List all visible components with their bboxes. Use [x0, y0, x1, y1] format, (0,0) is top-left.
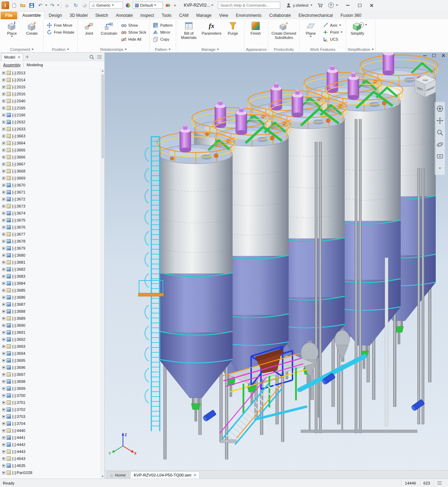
pattern-button[interactable]: Pattern — [151, 22, 174, 29]
material-combo[interactable]: Generic — [89, 2, 123, 9]
expand-toggle-icon[interactable] — [2, 457, 5, 460]
ribbon-tab[interactable]: Inspect — [137, 12, 158, 19]
expand-toggle-icon[interactable] — [2, 345, 5, 348]
orbit-icon[interactable] — [436, 141, 444, 148]
expand-toggle-icon[interactable] — [2, 268, 5, 271]
expand-toggle-icon[interactable] — [2, 205, 5, 208]
browser-tab-model[interactable]: Model — [1, 53, 23, 61]
browser-node[interactable]: [-]:2014 — [1, 76, 100, 83]
browser-node[interactable]: [-]:3664 — [1, 140, 100, 147]
panel-label-relationships[interactable]: Relationships — [79, 46, 148, 52]
browser-node[interactable]: [-]:3687 — [1, 301, 100, 308]
undo-dropdown-caret[interactable] — [45, 5, 47, 6]
browser-node[interactable]: [-]:3697 — [1, 371, 100, 378]
panel-label-pattern[interactable]: Pattern — [151, 46, 174, 52]
expand-toggle-icon[interactable] — [2, 401, 5, 404]
expand-toggle-icon[interactable] — [2, 450, 5, 453]
browser-node[interactable]: [-]:3689 — [1, 315, 100, 322]
browser-node[interactable]: [-]:4440 — [1, 427, 100, 434]
expand-toggle-icon[interactable] — [2, 394, 5, 397]
point-button[interactable]: Point — [321, 29, 344, 36]
expand-toggle-icon[interactable] — [2, 331, 5, 334]
canvas-restore-button[interactable] — [432, 54, 436, 57]
look-at-icon[interactable] — [436, 153, 444, 160]
browser-node[interactable]: [-]:3692 — [1, 336, 100, 343]
home-tab[interactable]: ⌂ Home — [107, 471, 129, 479]
browser-node[interactable]: [-]:3667 — [1, 161, 100, 168]
expand-toggle-icon[interactable] — [2, 443, 5, 446]
browser-node[interactable]: [-]:3671 — [1, 189, 100, 196]
expand-toggle-icon[interactable] — [2, 79, 5, 82]
add-browser-tab-button[interactable] — [24, 53, 30, 61]
browser-node[interactable]: [-]:3688 — [1, 308, 100, 315]
color-wheel-icon[interactable] — [124, 1, 132, 9]
ribbon-tab[interactable]: File — [1, 12, 17, 19]
expand-toggle-icon[interactable] — [2, 338, 5, 341]
scrollbar-thumb[interactable] — [102, 74, 104, 158]
expand-toggle-icon[interactable] — [2, 254, 5, 257]
expand-toggle-icon[interactable] — [2, 366, 5, 369]
browser-node[interactable]: [-]:2165 — [1, 104, 100, 111]
show-sick-button[interactable]: Show Sick — [119, 29, 148, 36]
browser-node[interactable]: [-]:2166 — [1, 111, 100, 119]
minimize-button[interactable] — [342, 0, 354, 11]
browser-menu-icon[interactable] — [96, 53, 103, 61]
browser-node[interactable]: [-]:3663 — [1, 133, 100, 140]
browser-node[interactable]: [-]:3699 — [1, 385, 100, 392]
ribbon-tab[interactable]: Manage — [192, 12, 215, 19]
user-account[interactable]: y.shelest — [286, 3, 312, 8]
expand-toggle-icon[interactable] — [2, 114, 5, 117]
search-input[interactable] — [218, 2, 280, 9]
document-tab-active[interactable]: KVP-RZV02-L04-P50-TQ00.iam — [130, 471, 200, 479]
browser-node[interactable]: [-]:3682 — [1, 266, 100, 273]
navbar-more-caret[interactable] — [436, 164, 444, 172]
browser-node[interactable]: [-]:3665 — [1, 147, 100, 154]
panel-label-component[interactable]: Component — [2, 46, 42, 52]
viewport[interactable]: Z Y X TOP LEFT FRONT — [105, 53, 448, 470]
browser-node[interactable]: [-]:3702 — [1, 406, 100, 413]
open-file-icon[interactable] — [19, 1, 27, 9]
ribbon-tab[interactable]: Fusion 360 — [337, 12, 365, 19]
free-move-button[interactable]: Free Move — [45, 22, 76, 29]
free-rotate-button[interactable]: Free Rotate — [45, 29, 76, 36]
browser-node[interactable]: [-]:3676 — [1, 224, 100, 231]
undo-icon[interactable]: ↶ — [36, 1, 44, 9]
browser-node[interactable]: [-]:2013 — [1, 69, 100, 76]
browser-node[interactable]: [-]:4635 — [1, 462, 100, 469]
ucs-button[interactable]: UCS — [321, 36, 344, 43]
expand-toggle-icon[interactable] — [2, 128, 5, 131]
expand-toggle-icon[interactable] — [2, 324, 5, 327]
expand-toggle-icon[interactable] — [2, 422, 5, 425]
browser-node[interactable]: [-]:3678 — [1, 238, 100, 245]
expand-toggle-icon[interactable] — [2, 359, 5, 362]
app-logo-icon[interactable]: I — [1, 1, 9, 9]
expand-toggle-icon[interactable] — [2, 373, 5, 376]
panel-label-manage[interactable]: Manage — [178, 46, 243, 52]
expand-toggle-icon[interactable] — [2, 233, 5, 236]
expand-toggle-icon[interactable] — [2, 317, 5, 320]
ribbon-tab[interactable]: Sketch — [91, 12, 112, 19]
tree-scrollbar[interactable] — [101, 69, 104, 479]
title-dropdown-caret[interactable] — [211, 5, 213, 6]
browser-view-tab[interactable]: Assembly — [3, 63, 23, 67]
expand-toggle-icon[interactable] — [2, 142, 5, 145]
panel-label-simplification[interactable]: Simplification — [347, 46, 374, 52]
browser-node[interactable]: [-]:3668 — [1, 168, 100, 175]
expand-toggle-icon[interactable] — [2, 429, 5, 432]
viewport-canvas[interactable]: Z Y X TOP LEFT FRONT — [105, 53, 448, 470]
expand-toggle-icon[interactable] — [2, 198, 5, 201]
expand-toggle-icon[interactable] — [2, 212, 5, 215]
browser-node[interactable]: [-]:3670 — [1, 182, 100, 189]
create-derived-substitutes-button[interactable]: Create Derived Substitutes — [270, 20, 298, 40]
browser-node[interactable]: [-]:3703 — [1, 413, 100, 420]
expand-toggle-icon[interactable] — [2, 226, 5, 229]
browser-node[interactable]: [-]:3673 — [1, 203, 100, 210]
expand-toggle-icon[interactable] — [2, 135, 5, 138]
expand-toggle-icon[interactable] — [2, 100, 5, 103]
browser-node[interactable]: [-]:3677 — [1, 231, 100, 238]
browser-node[interactable]: [-]:3691 — [1, 329, 100, 336]
pan-icon[interactable] — [436, 117, 444, 124]
expand-toggle-icon[interactable] — [2, 177, 5, 180]
browser-node[interactable]: [-]:3672 — [1, 196, 100, 203]
expand-toggle-icon[interactable] — [2, 72, 5, 75]
